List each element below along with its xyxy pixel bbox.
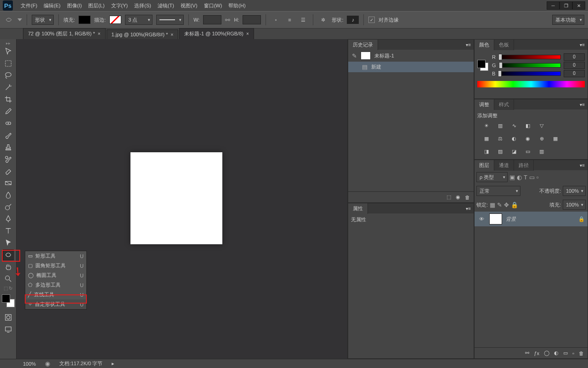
flyout-ellipse[interactable]: ◯椭圆工具U [25,270,86,280]
tool-preset-icon[interactable] [4,15,14,25]
bw-icon[interactable]: ◐ [509,134,519,143]
screenmode-tool[interactable] [3,324,14,335]
adjust-tab[interactable]: 调整 [475,99,494,110]
new-layer-icon[interactable]: ▫ [572,351,574,356]
lock-trans-icon[interactable]: ▦ [490,201,495,208]
b-slider[interactable] [498,71,561,76]
panel-menu-icon[interactable]: ▾≡ [463,42,474,47]
close-icon[interactable]: × [246,31,249,36]
close-icon[interactable]: × [98,31,101,36]
move-tool[interactable] [3,46,14,57]
menu-image[interactable]: 图像(I) [64,0,85,11]
filter-adjust-icon[interactable]: ◐ [517,174,522,181]
history-step-new[interactable]: ▤ 新建 [348,62,474,72]
eyedropper-tool[interactable] [3,106,14,117]
adjust-layer-icon[interactable]: ◐ [554,350,559,356]
filter-pixel-icon[interactable]: ▣ [509,174,515,181]
chevron-down-icon[interactable] [17,18,22,21]
lock-pos-icon[interactable]: ✥ [504,201,509,208]
trash-icon[interactable]: 🗑 [465,195,470,200]
type-tool[interactable] [3,225,14,236]
fill-dropdown[interactable]: 100% [563,200,586,210]
lut-icon[interactable]: ▦ [551,134,560,143]
path-align-icon[interactable]: ≡ [284,15,294,25]
pen-tool[interactable] [3,213,14,224]
canvas-area[interactable] [17,39,347,359]
camera-icon[interactable]: ◉ [456,194,460,200]
mixer-icon[interactable]: ⊕ [537,134,546,143]
align-edges-checkbox[interactable]: ✓ [368,17,375,23]
crop-tool[interactable] [3,94,14,105]
visibility-icon[interactable]: 👁 [477,216,486,222]
panel-menu-icon[interactable]: ▾≡ [577,163,588,168]
menu-help[interactable]: 帮助(H) [225,0,249,11]
stroke-swatch[interactable] [109,16,121,24]
paths-tab[interactable]: 路径 [514,160,534,171]
maximize-button[interactable]: ❐ [560,1,572,10]
group-icon[interactable]: ▭ [563,350,568,356]
minimize-button[interactable]: ─ [547,1,560,10]
lock-all-icon[interactable]: 🔒 [511,201,518,208]
marquee-tool[interactable] [3,58,14,69]
mask-icon[interactable]: ◯ [544,350,549,356]
panel-menu-icon[interactable]: ▾≡ [577,42,588,47]
vibrance-icon[interactable]: ▽ [537,121,546,130]
balance-icon[interactable]: ⚖ [496,134,505,143]
eraser-tool[interactable] [3,166,14,177]
zoom-level[interactable]: 100% [23,361,36,367]
lock-pixel-icon[interactable]: ✎ [497,201,502,208]
levels-icon[interactable]: ▥ [496,121,505,130]
document-canvas[interactable] [130,152,222,244]
invert-icon[interactable]: ◨ [482,147,491,156]
panel-menu-icon[interactable]: ▾≡ [463,206,474,211]
filter-smart-icon[interactable]: ▫ [537,174,539,181]
menu-view[interactable]: 视图(V) [177,0,201,11]
layer-background[interactable]: 👁 背景 🔒 [475,212,588,226]
path-arrange-icon[interactable]: ☰ [298,15,308,25]
history-tab[interactable]: 历史记录 [348,40,378,50]
menu-select[interactable]: 选择(S) [131,0,154,11]
gear-icon[interactable]: ✲ [318,15,328,25]
blur-tool[interactable] [3,190,14,201]
flyout-polygon[interactable]: ⬠多边形工具U [25,280,86,290]
menu-filter[interactable]: 滤镜(T) [154,0,177,11]
dodge-tool[interactable] [3,201,14,213]
color-spectrum[interactable] [477,81,585,87]
r-slider[interactable] [498,55,561,59]
poster-icon[interactable]: ▨ [496,147,505,156]
brightness-icon[interactable]: ☀ [482,121,491,130]
heal-tool[interactable] [3,118,14,129]
stroke-width-dropdown[interactable]: 3 点 [125,15,153,25]
shape-mode-dropdown[interactable]: 形状 [32,15,54,25]
wand-tool[interactable] [3,82,14,93]
stroke-style-dropdown[interactable] [156,15,184,25]
fill-swatch[interactable] [79,16,90,24]
layer-filter-dropdown[interactable]: ρ 类型 [476,172,508,182]
layers-tab[interactable]: 图层 [475,160,494,171]
lasso-tool[interactable] [3,70,14,81]
filter-type-icon[interactable]: T [524,174,527,181]
snapshot-icon[interactable]: ⬚ [447,194,451,200]
blend-mode-dropdown[interactable]: 正常 [476,186,520,196]
doc-tab-2[interactable]: 1.jpg @ 100%(RGB/8#) *× [107,29,179,39]
g-slider[interactable] [499,63,561,68]
menu-layer[interactable]: 图层(L) [85,0,107,11]
properties-tab[interactable]: 属性 [348,203,368,214]
zoom-icon[interactable]: ◉ [45,360,50,367]
filter-shape-icon[interactable]: ▭ [529,174,535,181]
color-fgbg[interactable] [477,60,488,71]
color-tab[interactable]: 颜色 [475,40,494,50]
quickmask-tool[interactable] [3,312,14,323]
path-combine-icon[interactable]: ▫ [271,15,281,25]
menu-file[interactable]: 文件(F) [17,0,40,11]
fx-icon[interactable]: ƒx [534,351,539,356]
panel-menu-icon[interactable]: ▾≡ [577,102,588,107]
selcolor-icon[interactable]: ▥ [537,147,546,156]
link-layers-icon[interactable]: ⚯ [525,350,529,356]
chevron-right-icon[interactable]: ▸ [112,361,114,367]
flyout-rect[interactable]: ▭矩形工具U [25,251,86,261]
hue-icon[interactable]: ▦ [482,134,491,143]
color-swatches[interactable] [2,294,15,307]
history-brush-tool[interactable] [3,154,14,165]
brush-tool[interactable] [3,130,14,141]
